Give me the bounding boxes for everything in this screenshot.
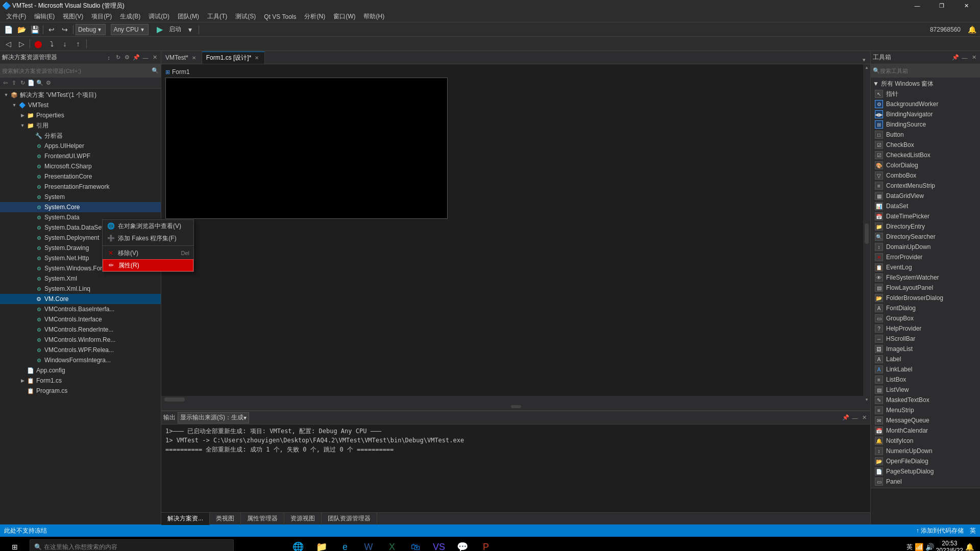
toolbox-maskedtextbox[interactable]: ✎ MaskedTextBox — [873, 395, 978, 405]
breakpoint-btn[interactable]: ⬤ — [32, 38, 44, 50]
taskbar-store[interactable]: 🛍 — [404, 537, 427, 551]
feedback-btn[interactable]: 🔔 — [966, 23, 978, 36]
bottom-tab-class[interactable]: 类视图 — [210, 513, 241, 525]
open-btn[interactable]: 📂 — [15, 23, 28, 36]
taskbar-edge[interactable]: 🌐 — [287, 537, 309, 551]
se-toolbar-btn4[interactable]: 📄 — [27, 79, 35, 87]
se-close-btn[interactable]: ✕ — [151, 54, 159, 62]
toolbox-directorysearcher[interactable]: 🔍 DirectorySearcher — [873, 232, 978, 242]
toolbox-colordialog[interactable]: 🎨 ColorDialog — [873, 160, 978, 170]
toolbox-notifyicon[interactable]: 🔔 NotifyIcon — [873, 436, 978, 446]
h-scroll[interactable] — [161, 396, 863, 403]
app-config[interactable]: ▶ 📄 App.config — [0, 365, 161, 375]
tab-vmtest-close[interactable]: ✕ — [190, 54, 198, 61]
toolbox-listbox[interactable]: ≡ ListBox — [873, 374, 978, 385]
toolbox-pagesetupdialog[interactable]: 📄 PageSetupDialog — [873, 466, 978, 477]
ctx-add-fakes[interactable]: ➕ 添加 Fakes 程序集(F) — [103, 232, 193, 244]
toolbox-folderbrowserdialog[interactable]: 📂 FolderBrowserDialog — [873, 293, 978, 303]
toolbox-minimize[interactable]: — — [961, 54, 969, 62]
form-canvas[interactable] — [165, 78, 448, 219]
taskbar-folder[interactable]: 📁 — [310, 537, 333, 551]
toolbox-monthcalendar[interactable]: 📅 MonthCalendar — [873, 425, 978, 436]
ref-system-core[interactable]: ▶ ⚙ System.Core — [0, 202, 161, 212]
ref-system[interactable]: ▶ ⚙ System — [0, 192, 161, 202]
taskbar-multitask[interactable]: ⧉ — [263, 537, 286, 551]
bottom-tab-props[interactable]: 属性管理器 — [241, 513, 284, 525]
output-source-dropdown[interactable]: 显示输出来源(S)：生成 ▾ — [178, 412, 249, 423]
menu-tools[interactable]: 工具(T) — [203, 11, 231, 22]
new-file-btn[interactable]: 📄 — [2, 23, 14, 36]
toolbox-backgroundworker[interactable]: ⚙ BackgroundWorker — [873, 99, 978, 109]
references-node[interactable]: ▼ 📁 引用 — [0, 120, 161, 131]
taskbar-word[interactable]: W — [357, 537, 380, 551]
toolbox-datagridview[interactable]: ▦ DataGridView — [873, 191, 978, 201]
toolbox-search-input[interactable] — [880, 68, 978, 74]
properties-node[interactable]: ▶ 📁 Properties — [0, 110, 161, 120]
toolbox-groupbox[interactable]: ▭ GroupBox — [873, 313, 978, 323]
ref-vm-core[interactable]: ▶ ⚙ VM.Core — [0, 294, 161, 304]
menu-debug[interactable]: 调试(D) — [144, 11, 174, 22]
toolbox-bindingsource[interactable]: ⊞ BindingSource — [873, 119, 978, 130]
toolbox-hscrollbar[interactable]: ↔ HScrollBar — [873, 334, 978, 344]
toolbox-imagelist[interactable]: 🖼 ImageList — [873, 344, 978, 354]
platform-dropdown[interactable]: Any CPU ▾ — [111, 24, 148, 35]
nav-forward[interactable]: ▷ — [15, 38, 28, 50]
solution-search-input[interactable] — [2, 68, 152, 74]
v-scrollbar[interactable]: ▲ ▼ — [863, 64, 870, 403]
taskbar-search[interactable]: 🔍 在这里输入你想搜索的内容 — [30, 539, 234, 551]
tab-vmtest[interactable]: VMTest* ✕ — [161, 52, 202, 64]
ctx-view-in-browser[interactable]: 🌐 在对象浏览器中查看(V) — [103, 220, 193, 232]
se-toolbar-btn1[interactable]: ⇦ — [1, 79, 9, 87]
toolbox-messagequeue[interactable]: ✉ MessageQueue — [873, 415, 978, 425]
redo-btn[interactable]: ↪ — [59, 23, 71, 36]
toolbox-datetimepicker[interactable]: 📅 DateTimePicker — [873, 211, 978, 221]
toolbox-dataset[interactable]: 📊 DataSet — [873, 201, 978, 211]
taskbar-cortana[interactable]: ○ — [240, 537, 262, 551]
toolbox-eventlog[interactable]: 📋 EventLog — [873, 262, 978, 272]
taskbar-ie[interactable]: e — [334, 537, 356, 551]
toolbox-flowlayoutpanel[interactable]: ▤ FlowLayoutPanel — [873, 283, 978, 293]
step-over[interactable]: ⤵ — [45, 38, 58, 50]
menu-test[interactable]: 测试(S) — [231, 11, 260, 22]
toolbox-filesystemwatcher[interactable]: 👁 FileSystemWatcher — [873, 272, 978, 283]
toolbox-directoryentry[interactable]: 📁 DirectoryEntry — [873, 221, 978, 232]
ref-presentation-core[interactable]: ▶ ⚙ PresentationCore — [0, 171, 161, 182]
menu-view[interactable]: 视图(V) — [59, 11, 87, 22]
ref-ms-csharp[interactable]: ▶ ⚙ Microsoft.CSharp — [0, 161, 161, 171]
ref-vmcontrols-wpf[interactable]: ▶ ⚙ VMControls.WPF.Relea... — [0, 345, 161, 355]
toolbox-group-header[interactable]: ▼ 所有 Windows 窗体 — [871, 79, 980, 89]
close-button[interactable]: ✕ — [954, 0, 978, 11]
menu-edit[interactable]: 编辑(E) — [30, 11, 59, 22]
toolbox-menustrip[interactable]: ≡ MenuStrip — [873, 405, 978, 415]
tray-clock[interactable]: 20:53 2022/6/22 — [936, 540, 963, 551]
toolbox-bindingnav[interactable]: ◀▶ BindingNavigator — [873, 109, 978, 119]
ref-vmcontrols-winform[interactable]: ▶ ⚙ VMControls.Winform.Re... — [0, 335, 161, 345]
toolbox-helpprovider[interactable]: ? HelpProvider — [873, 323, 978, 334]
se-toolbar-btn6[interactable]: ⚙ — [44, 79, 53, 87]
ref-vmcontrols-base[interactable]: ▶ ⚙ VMControls.BaseInterfa... — [0, 304, 161, 314]
toolbox-label[interactable]: A Label — [873, 354, 978, 364]
solution-root[interactable]: ▼ 📦 解决方案 'VMTest'(1 个项目) — [0, 90, 161, 100]
bottom-tab-resources[interactable]: 资源视图 — [284, 513, 322, 525]
editor-dropdown-btn[interactable]: ▾ — [860, 56, 868, 64]
toolbox-contextmenustrip[interactable]: ≡ ContextMenuStrip — [873, 181, 978, 191]
se-toolbar-btn3[interactable]: ↻ — [18, 79, 27, 87]
toolbox-linklabel[interactable]: A LinkLabel — [873, 364, 978, 374]
menu-analyze[interactable]: 分析(N) — [300, 11, 329, 22]
toolbox-button[interactable]: □ Button — [873, 130, 978, 140]
ref-frontend[interactable]: ▶ ⚙ FrontendUI.WPF — [0, 151, 161, 161]
ref-winforms-integration[interactable]: ▶ ⚙ WindowsFormsIntegra... — [0, 355, 161, 365]
v-scrollbar-thumb[interactable] — [865, 223, 869, 244]
taskbar-wechat[interactable]: 💬 — [451, 537, 474, 551]
toolbox-openfiledialog[interactable]: 📂 OpenFileDialog — [873, 456, 978, 466]
form1-cs[interactable]: ▶ 📋 Form1.cs — [0, 375, 161, 386]
se-toolbar-btn5[interactable]: 🔍 — [36, 79, 44, 87]
step-into[interactable]: ↓ — [59, 38, 71, 50]
h-scrollbar-thumb[interactable] — [164, 397, 185, 402]
toolbox-domainupdown[interactable]: ↕ DomainUpDown — [873, 242, 978, 252]
save-btn[interactable]: 💾 — [29, 23, 41, 36]
ref-system-xml-linq[interactable]: ▶ ⚙ System.Xml.Linq — [0, 284, 161, 294]
menu-file[interactable]: 文件(F) — [2, 11, 30, 22]
undo-btn[interactable]: ↩ — [45, 23, 58, 36]
menu-window[interactable]: 窗口(W) — [329, 11, 359, 22]
